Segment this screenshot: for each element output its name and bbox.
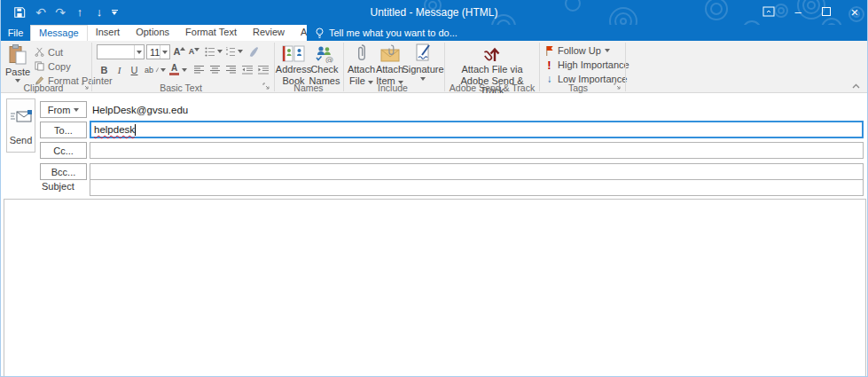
minimize-button[interactable]: – xyxy=(786,2,809,21)
maximize-icon xyxy=(822,7,831,16)
basic-text-dialog-launcher[interactable] xyxy=(262,82,270,90)
maximize-button[interactable] xyxy=(815,2,838,21)
lightbulb-icon xyxy=(315,27,325,39)
font-color-icon: A xyxy=(171,64,177,73)
paperclip-icon xyxy=(356,43,367,63)
adobe-button-label-1: Attach File via xyxy=(461,65,522,75)
signature-button[interactable]: Signature xyxy=(405,43,441,81)
bold-button[interactable]: B xyxy=(98,62,110,77)
copy-label: Copy xyxy=(48,61,71,72)
to-input[interactable]: helpdesk xyxy=(90,121,864,138)
dialog-launcher-icon xyxy=(262,82,270,90)
address-book-button[interactable]: Address Book xyxy=(278,43,309,86)
chevron-up-icon xyxy=(852,83,860,89)
follow-up-label: Follow Up xyxy=(558,45,601,56)
dialog-launcher-icon xyxy=(82,82,89,90)
paste-button[interactable]: Paste xyxy=(4,43,31,82)
align-center-button[interactable] xyxy=(208,62,222,77)
signature-label: Signature xyxy=(402,65,443,75)
shrink-font-button[interactable]: A xyxy=(188,44,200,59)
tab-strip: Message Insert Options Format Text Revie… xyxy=(30,25,307,41)
underline-button[interactable]: U xyxy=(129,62,140,77)
text-caret xyxy=(135,124,136,136)
include-group-label: Include xyxy=(345,82,441,93)
attach-item-icon xyxy=(379,43,401,63)
tab-options[interactable]: Options xyxy=(128,25,177,41)
ribbon-display-options-icon xyxy=(762,6,775,17)
ribbon-display-options-button[interactable] xyxy=(757,2,780,21)
high-importance-button[interactable]: ! High Importance xyxy=(544,59,629,71)
tell-me-box[interactable]: Tell me what you want to do... xyxy=(307,25,867,41)
highlight-color-button[interactable]: ab xyxy=(145,62,166,77)
check-names-button[interactable]: @ Check Names xyxy=(309,43,340,86)
signature-icon xyxy=(415,43,431,63)
align-left-button[interactable] xyxy=(192,62,206,77)
compose-form: Send From HelpDesk@gvsu.edu To... helpde… xyxy=(1,93,867,376)
highlight-icon: ab xyxy=(145,66,153,75)
increase-indent-button[interactable] xyxy=(256,62,270,77)
align-right-icon xyxy=(226,66,236,74)
align-right-button[interactable] xyxy=(224,62,238,77)
group-separator xyxy=(343,43,344,91)
numbering-icon xyxy=(225,47,236,57)
highlight-pen-icon xyxy=(155,66,159,74)
tab-review[interactable]: Review xyxy=(245,25,293,41)
tab-insert[interactable]: Insert xyxy=(88,25,129,41)
cc-button[interactable]: Cc... xyxy=(40,142,87,159)
cc-input[interactable] xyxy=(90,142,864,159)
bcc-label: Bcc... xyxy=(51,167,76,177)
tags-group-label: Tags xyxy=(541,82,615,93)
align-center-icon xyxy=(210,66,220,74)
attach-file-label-1: Attach xyxy=(348,65,375,75)
address-book-icon xyxy=(282,45,305,63)
grow-font-button[interactable]: A xyxy=(173,44,186,59)
bcc-input[interactable] xyxy=(90,163,864,180)
copy-button[interactable]: Copy xyxy=(35,59,71,73)
clipboard-dialog-launcher[interactable] xyxy=(81,82,90,90)
tab-message[interactable]: Message xyxy=(30,25,88,41)
group-separator xyxy=(625,43,626,91)
message-body[interactable] xyxy=(4,199,866,377)
tab-format-text[interactable]: Format Text xyxy=(177,25,245,41)
to-label: To... xyxy=(54,125,73,136)
signature-dropdown-icon xyxy=(420,77,426,81)
bcc-button[interactable]: Bcc... xyxy=(40,163,87,180)
from-label: From xyxy=(48,105,71,115)
numbering-button[interactable] xyxy=(225,44,243,59)
from-button[interactable]: From xyxy=(40,101,87,118)
italic-button[interactable]: I xyxy=(113,62,125,77)
check-names-icon: @ xyxy=(314,45,335,63)
calligraphy-pen-button[interactable] xyxy=(246,44,260,59)
cc-label: Cc... xyxy=(53,145,74,156)
send-button[interactable]: Send xyxy=(6,98,35,153)
dialog-launcher-icon xyxy=(614,82,621,90)
tags-dialog-launcher[interactable] xyxy=(613,82,622,90)
font-color-button[interactable]: A xyxy=(168,62,188,77)
font-size-value: 11 xyxy=(147,47,160,58)
align-left-icon xyxy=(194,66,204,74)
attach-item-button[interactable]: Attach Item xyxy=(376,43,403,86)
subject-input[interactable] xyxy=(90,179,864,196)
grow-font-icon: A xyxy=(174,46,181,57)
decrease-indent-button[interactable] xyxy=(240,62,254,77)
tell-me-label: Tell me what you want to do... xyxy=(329,27,457,38)
bullets-button[interactable] xyxy=(205,44,223,59)
font-name-combo[interactable] xyxy=(97,44,145,59)
font-size-dropdown-icon xyxy=(160,45,169,59)
adobe-attach-icon xyxy=(481,43,504,63)
close-button[interactable]: × xyxy=(843,2,866,21)
minimize-icon: – xyxy=(794,5,801,19)
basic-text-group-label: Basic Text xyxy=(93,82,269,93)
to-button[interactable]: To... xyxy=(40,122,87,138)
adobe-group-label: Adobe Send & Track xyxy=(446,82,538,93)
tab-file[interactable]: File xyxy=(1,25,30,41)
follow-up-button[interactable]: Follow Up xyxy=(544,44,610,57)
attach-file-button[interactable]: Attach File xyxy=(348,43,375,86)
collapse-ribbon-button[interactable] xyxy=(848,81,863,91)
address-book-label-1: Address xyxy=(276,65,311,75)
subject-label: Subject xyxy=(42,181,74,192)
cut-button[interactable]: Cut xyxy=(35,45,63,59)
copy-icon xyxy=(35,61,44,71)
font-size-combo[interactable]: 11 xyxy=(146,44,170,59)
group-separator xyxy=(444,43,445,91)
